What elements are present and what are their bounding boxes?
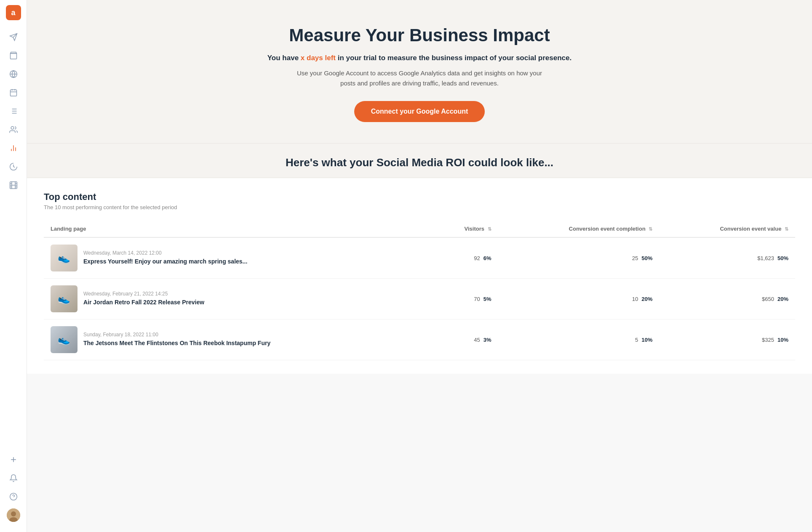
subtitle-before: You have bbox=[267, 54, 301, 62]
sidebar-item-globe[interactable] bbox=[5, 66, 22, 82]
post-thumbnail-2: 👟 bbox=[51, 326, 77, 353]
visitors-pct-0: 6% bbox=[483, 255, 491, 261]
col-conversion[interactable]: Conversion event completion ⇅ bbox=[498, 221, 660, 237]
value-sort-icon: ⇅ bbox=[785, 226, 788, 232]
value-amount-1: $650 bbox=[762, 296, 774, 302]
content-section: Top content The 10 most performing conte… bbox=[27, 178, 812, 374]
post-date-1: Wednesday, February 21, 2022 14:25 bbox=[83, 291, 204, 297]
main-content: Measure Your Business Impact You have x … bbox=[27, 0, 812, 532]
sidebar-item-dashboard[interactable] bbox=[5, 158, 22, 175]
sidebar-bottom bbox=[5, 451, 22, 527]
table-row: 👟 Wednesday, March 14, 2022 12:00 Expres… bbox=[44, 237, 795, 279]
sidebar-item-help[interactable] bbox=[5, 488, 22, 505]
value-cell-0: $1,623 50% bbox=[659, 237, 795, 279]
hero-subtitle: You have x days left in your trial to me… bbox=[44, 54, 795, 62]
table-row: 👟 Sunday, February 18, 2022 11:00 The Je… bbox=[44, 319, 795, 360]
col-value[interactable]: Conversion event value ⇅ bbox=[659, 221, 795, 237]
subtitle-highlight: x days left bbox=[301, 54, 336, 62]
post-date-2: Sunday, February 18, 2022 11:00 bbox=[83, 332, 270, 338]
sidebar-nav bbox=[5, 29, 22, 451]
value-amount-0: $1,623 bbox=[757, 255, 774, 261]
value-cell-1: $650 20% bbox=[659, 279, 795, 319]
svg-rect-5 bbox=[10, 90, 16, 96]
sidebar-item-avatar[interactable] bbox=[5, 507, 22, 524]
col-visitors[interactable]: Visitors ⇅ bbox=[431, 221, 498, 237]
visitors-cell-1: 70 5% bbox=[431, 279, 498, 319]
avatar bbox=[7, 508, 20, 522]
sidebar-item-calendar[interactable] bbox=[5, 84, 22, 101]
hero-description: Use your Google Account to access Google… bbox=[293, 68, 546, 88]
top-content-title: Top content bbox=[44, 192, 795, 202]
sidebar-item-analytics[interactable] bbox=[5, 140, 22, 157]
post-title-2: The Jetsons Meet The Flintstones On This… bbox=[83, 339, 270, 348]
conversion-pct-1: 20% bbox=[641, 296, 652, 302]
col-landing-page-label: Landing page bbox=[51, 226, 86, 232]
conversion-pct-2: 10% bbox=[641, 337, 652, 343]
col-conversion-label: Conversion event completion bbox=[569, 226, 646, 232]
svg-point-29 bbox=[10, 493, 17, 500]
post-cell-1: 👟 Wednesday, February 21, 2022 14:25 Air… bbox=[44, 279, 431, 319]
svg-point-32 bbox=[11, 511, 16, 516]
sidebar-item-send[interactable] bbox=[5, 29, 22, 45]
col-value-label: Conversion event value bbox=[720, 226, 781, 232]
app-logo[interactable]: a bbox=[6, 5, 21, 20]
svg-point-15 bbox=[11, 127, 14, 130]
post-info-2: Sunday, February 18, 2022 11:00 The Jets… bbox=[83, 332, 270, 348]
visitors-count-0: 92 bbox=[474, 255, 480, 261]
visitors-pct-1: 5% bbox=[483, 296, 491, 302]
top-content-subtitle: The 10 most performing content for the s… bbox=[44, 204, 795, 210]
visitors-sort-icon: ⇅ bbox=[488, 226, 491, 232]
post-date-0: Wednesday, March 14, 2022 12:00 bbox=[83, 250, 247, 256]
col-landing-page: Landing page bbox=[44, 221, 431, 237]
table-body: 👟 Wednesday, March 14, 2022 12:00 Expres… bbox=[44, 237, 795, 360]
subtitle-after: in your trial to measure the business im… bbox=[336, 54, 572, 62]
sidebar-item-media[interactable] bbox=[5, 177, 22, 194]
post-title-0: Express Yourself! Enjoy our amazing marc… bbox=[83, 258, 247, 266]
conversion-cell-0: 25 50% bbox=[498, 237, 660, 279]
conversion-pct-0: 50% bbox=[641, 255, 652, 261]
hero-title: Measure Your Business Impact bbox=[44, 25, 795, 45]
post-cell-2: 👟 Sunday, February 18, 2022 11:00 The Je… bbox=[44, 319, 431, 360]
conversion-sort-icon: ⇅ bbox=[649, 226, 652, 232]
value-pct-1: 20% bbox=[777, 296, 788, 302]
post-thumbnail-0: 👟 bbox=[51, 245, 77, 271]
post-thumbnail-1: 👟 bbox=[51, 285, 77, 312]
visitors-cell-0: 92 6% bbox=[431, 237, 498, 279]
col-visitors-label: Visitors bbox=[465, 226, 484, 232]
value-amount-2: $325 bbox=[762, 337, 774, 343]
table-row: 👟 Wednesday, February 21, 2022 14:25 Air… bbox=[44, 279, 795, 319]
conversion-count-1: 10 bbox=[632, 296, 638, 302]
value-pct-2: 10% bbox=[777, 337, 788, 343]
post-info-1: Wednesday, February 21, 2022 14:25 Air J… bbox=[83, 291, 204, 307]
sidebar-item-inbox[interactable] bbox=[5, 47, 22, 64]
conversion-cell-2: 5 10% bbox=[498, 319, 660, 360]
sidebar-item-list[interactable] bbox=[5, 103, 22, 120]
table-header-row: Landing page Visitors ⇅ Conversion event… bbox=[44, 221, 795, 237]
sidebar-item-add[interactable] bbox=[5, 451, 22, 468]
post-cell-0: 👟 Wednesday, March 14, 2022 12:00 Expres… bbox=[44, 237, 431, 279]
visitors-pct-2: 3% bbox=[483, 337, 491, 343]
visitors-count-2: 45 bbox=[474, 337, 480, 343]
roi-title: Here's what your Social Media ROI could … bbox=[44, 156, 795, 169]
post-title-1: Air Jordan Retro Fall 2022 Release Previ… bbox=[83, 298, 204, 307]
visitors-cell-2: 45 3% bbox=[431, 319, 498, 360]
sidebar: a bbox=[0, 0, 27, 532]
sidebar-item-bell[interactable] bbox=[5, 470, 22, 487]
top-content-table: Landing page Visitors ⇅ Conversion event… bbox=[44, 221, 795, 360]
visitors-count-1: 70 bbox=[474, 296, 480, 302]
value-pct-0: 50% bbox=[777, 255, 788, 261]
roi-section: Here's what your Social Media ROI could … bbox=[27, 144, 812, 178]
hero-section: Measure Your Business Impact You have x … bbox=[27, 0, 812, 144]
value-cell-2: $325 10% bbox=[659, 319, 795, 360]
sidebar-item-team[interactable] bbox=[5, 121, 22, 138]
post-info-0: Wednesday, March 14, 2022 12:00 Express … bbox=[83, 250, 247, 266]
connect-google-button[interactable]: Connect your Google Account bbox=[354, 101, 485, 122]
conversion-cell-1: 10 20% bbox=[498, 279, 660, 319]
conversion-count-0: 25 bbox=[632, 255, 638, 261]
conversion-count-2: 5 bbox=[635, 337, 638, 343]
